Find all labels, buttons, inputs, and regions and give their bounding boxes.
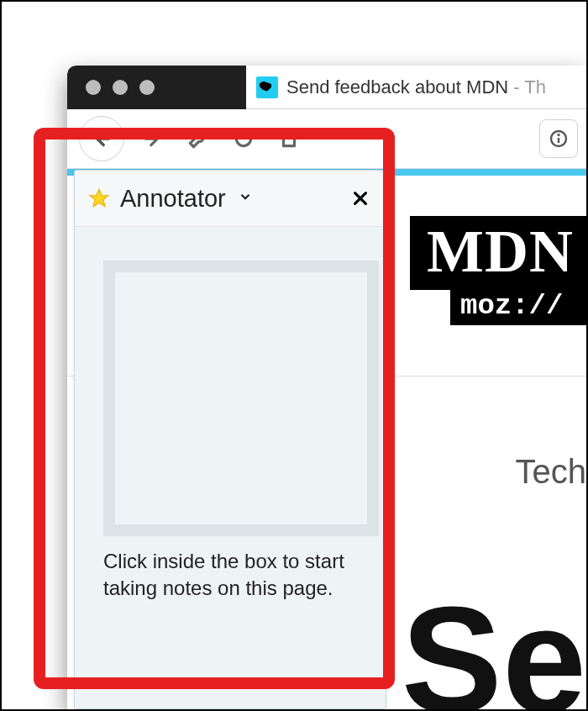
home-button[interactable] bbox=[272, 122, 306, 155]
svg-marker-3 bbox=[90, 189, 108, 207]
tab-favicon bbox=[256, 76, 278, 98]
back-button[interactable] bbox=[79, 116, 124, 161]
window-minimize-dot[interactable] bbox=[113, 80, 128, 95]
mdn-logo-top: MDN bbox=[410, 216, 586, 290]
star-icon bbox=[88, 187, 110, 209]
tab-title-text: Send feedback about MDN bbox=[286, 76, 508, 97]
reload-icon bbox=[233, 128, 255, 150]
chevron-down-icon bbox=[238, 189, 253, 204]
nav-toolbar bbox=[67, 109, 586, 169]
info-icon bbox=[549, 129, 569, 149]
traffic-lights bbox=[67, 66, 246, 109]
note-input-box[interactable] bbox=[103, 261, 379, 536]
mdn-logo-bottom: moz:// bbox=[450, 288, 586, 325]
home-icon bbox=[278, 128, 300, 150]
tab-title: Send feedback about MDN - Th bbox=[286, 76, 546, 98]
svg-point-2 bbox=[558, 134, 559, 135]
devtools-button[interactable] bbox=[181, 122, 215, 155]
sidebar-close-button[interactable] bbox=[349, 187, 372, 210]
note-hint: Click inside the box to start taking not… bbox=[75, 545, 386, 603]
annotator-sidebar: Annotator Click inside the box to start … bbox=[74, 170, 386, 709]
close-icon bbox=[351, 189, 370, 208]
reload-button[interactable] bbox=[227, 122, 260, 155]
nav-link-tech[interactable]: Tech bbox=[516, 453, 587, 491]
tab-bar: Send feedback about MDN - Th bbox=[67, 66, 586, 109]
forward-button[interactable] bbox=[136, 122, 170, 155]
window-close-dot[interactable] bbox=[86, 80, 101, 95]
back-arrow-icon bbox=[91, 128, 113, 150]
tab-title-suffix: - Th bbox=[508, 76, 546, 97]
sidebar-dropdown[interactable] bbox=[238, 189, 253, 208]
url-bar[interactable] bbox=[539, 119, 578, 158]
forward-arrow-icon bbox=[142, 128, 164, 150]
window-zoom-dot[interactable] bbox=[139, 80, 155, 95]
browser-tab[interactable]: Send feedback about MDN - Th bbox=[246, 66, 586, 109]
page-headline-fragment: Se bbox=[402, 584, 586, 709]
wrench-icon bbox=[187, 128, 209, 150]
sidebar-header: Annotator bbox=[75, 171, 386, 227]
sidebar-title: Annotator bbox=[120, 185, 226, 213]
screenshot-stage: Send feedback about MDN - Th bbox=[0, 0, 588, 711]
note-area bbox=[75, 227, 386, 545]
